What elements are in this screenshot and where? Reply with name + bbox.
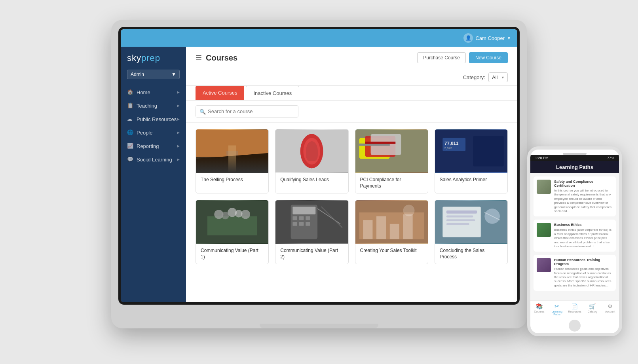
people-icon: 🌐	[127, 129, 133, 136]
phone-course-info-2: Human Resources Training Program Human r…	[554, 258, 613, 288]
svg-rect-31	[299, 216, 304, 220]
phone-course-info-1: Business Ethics Business ethics (also co…	[554, 223, 613, 248]
phone-course-thumb-ethics	[537, 223, 551, 237]
phone-course-item-1[interactable]: Business Ethics Business ethics (also co…	[534, 220, 616, 252]
phone-course-desc-0: In this course you will be introduced to…	[554, 189, 613, 213]
svg-rect-21	[207, 216, 257, 235]
phone-nav-resources[interactable]: 📄 Resources	[566, 301, 584, 318]
phone-nav-resources-icon: 📄	[568, 303, 582, 309]
teaching-chevron-icon: ▶	[177, 104, 180, 108]
sidebar: skyprep Admin ▼ 🏠 Home	[121, 47, 186, 302]
admin-label: Admin	[131, 72, 144, 77]
course-card-concluding[interactable]: Concluding the Sales Process	[435, 200, 508, 264]
phone-nav-learning-paths-icon: ✂	[550, 303, 564, 309]
course-card-selling-process[interactable]: The Selling Process	[196, 129, 269, 193]
laptop-screen: 👤 Cam Cooper ▼ skyprep	[121, 29, 517, 302]
sidebar-item-home[interactable]: 🏠 Home ▶	[121, 85, 186, 99]
courses-icon: ☰	[196, 53, 202, 62]
tab-inactive-courses[interactable]: Inactive Courses	[246, 86, 299, 100]
course-card-sales-toolkit[interactable]: Creating Your Sales Toolkit	[355, 200, 428, 264]
phone-course-item-2[interactable]: Human Resources Training Program Human r…	[534, 255, 616, 291]
user-name: Cam Cooper	[475, 35, 505, 41]
laptop-bezel: 👤 Cam Cooper ▼ skyprep	[118, 27, 520, 305]
people-chevron-icon: ▶	[177, 131, 180, 135]
sidebar-item-reporting[interactable]: 📈 Reporting ▶	[121, 139, 186, 153]
phone-home-button[interactable]	[569, 320, 581, 332]
new-course-button[interactable]: New Course	[469, 52, 508, 63]
user-info[interactable]: 👤 Cam Cooper ▼	[463, 33, 511, 43]
svg-rect-1	[196, 157, 268, 172]
svg-rect-33	[293, 222, 298, 226]
home-chevron-icon: ▶	[177, 90, 180, 94]
phone-content: Safety and Compliance Certification In t…	[530, 173, 619, 300]
sidebar-label-reporting: Reporting	[137, 143, 159, 149]
course-img-sales-analytics: 77,811 5,945	[435, 129, 507, 173]
course-card-qualifying-leads[interactable]: Qualifying Sales Leads	[275, 129, 348, 193]
sidebar-item-public-resources[interactable]: ☁ Public Resources ▶	[121, 112, 186, 126]
svg-rect-42	[389, 224, 399, 239]
course-title-comm-value-2: Communicating Value (Part 2)	[275, 244, 348, 264]
active-courses-label: Active Courses	[203, 90, 237, 96]
admin-dropdown[interactable]: Admin ▼	[127, 70, 180, 79]
page-title: Courses	[206, 53, 237, 63]
course-img-comm-value-2	[275, 200, 348, 244]
svg-rect-48	[446, 216, 473, 218]
user-chevron-icon: ▼	[507, 36, 511, 40]
phone-header-title: Learning Paths	[556, 164, 593, 170]
course-card-sales-analytics[interactable]: 77,811 5,945 Sales Analytics Primer	[435, 129, 508, 193]
phone-nav: 📚 Courses ✂ Learning Paths 📄 Resources 🛒…	[530, 300, 619, 318]
svg-rect-30	[293, 216, 298, 220]
social-chevron-icon: ▶	[177, 157, 180, 161]
svg-rect-35	[306, 222, 310, 226]
sidebar-label-public-resources: Public Resources	[137, 116, 177, 122]
phone-nav-courses-label: Courses	[534, 310, 544, 313]
courses-row-1: The Selling Process	[196, 129, 508, 193]
reporting-icon: 📈	[127, 143, 133, 149]
phone-course-title-1: Business Ethics	[554, 223, 613, 227]
tab-active-courses[interactable]: Active Courses	[196, 86, 244, 100]
svg-rect-40	[363, 220, 372, 239]
phone-nav-catalog-label: Catalog	[588, 310, 597, 313]
home-icon: 🏠	[127, 89, 133, 95]
category-select[interactable]: All	[488, 72, 508, 82]
sidebar-item-teaching[interactable]: 📋 Teaching ▶	[121, 99, 186, 112]
course-title-concluding: Concluding the Sales Process	[435, 244, 507, 264]
sidebar-label-teaching: Teaching	[137, 103, 157, 109]
tabs-area: Active Courses Inactive Courses	[186, 86, 517, 100]
app-header: 👤 Cam Cooper ▼	[121, 29, 517, 47]
sidebar-item-people[interactable]: 🌐 People ▶	[121, 126, 186, 139]
sidebar-item-social-left: 💬 Social Learning	[127, 156, 172, 163]
phone-course-info-0: Safety and Compliance Certification In t…	[554, 180, 613, 213]
svg-rect-49	[446, 219, 475, 221]
svg-point-25	[222, 212, 229, 219]
course-card-pci-compliance[interactable]: PCI Compliance for Payments	[355, 129, 428, 193]
phone-nav-resources-label: Resources	[568, 310, 581, 313]
page-header: ☰ Courses Purchase Course New Course	[186, 47, 517, 69]
purchase-course-button[interactable]: Purchase Course	[417, 52, 466, 63]
phone-course-thumb-hr	[537, 258, 551, 272]
svg-rect-41	[376, 216, 386, 239]
phone-header: Learning Paths	[530, 161, 619, 173]
main-content: ☰ Courses Purchase Course New Course	[186, 47, 517, 302]
phone-course-title-0: Safety and Compliance Certification	[554, 180, 613, 188]
course-card-comm-value-2[interactable]: Communicating Value (Part 2)	[275, 200, 348, 264]
page-title-area: ☰ Courses	[196, 53, 237, 63]
phone-nav-catalog[interactable]: 🛒 Catalog	[583, 301, 601, 318]
phone-nav-account[interactable]: ⚙ Account	[601, 301, 619, 318]
app-body: skyprep Admin ▼ 🏠 Home	[121, 47, 517, 302]
sidebar-nav: 🏠 Home ▶ 📋 Teaching	[121, 85, 186, 166]
course-title-selling-process: The Selling Process	[196, 173, 268, 187]
teaching-icon: 📋	[127, 102, 133, 109]
sidebar-item-reporting-left: 📈 Reporting	[127, 143, 159, 149]
sidebar-item-social-learning[interactable]: 💬 Social Learning ▶	[121, 153, 186, 166]
sidebar-item-home-left: 🏠 Home	[127, 89, 150, 95]
phone-course-item-0[interactable]: Safety and Compliance Certification In t…	[534, 176, 616, 216]
course-card-comm-value-1[interactable]: Communicating Value (Part 1)	[196, 200, 269, 264]
course-img-comm-value-1	[196, 200, 268, 244]
phone-nav-learning-paths[interactable]: ✂ Learning Paths	[548, 301, 566, 318]
phone-nav-courses[interactable]: 📚 Courses	[530, 301, 548, 318]
svg-rect-43	[403, 214, 412, 239]
laptop: 👤 Cam Cooper ▼ skyprep	[111, 20, 527, 328]
search-input[interactable]	[196, 105, 298, 118]
sidebar-label-home: Home	[137, 89, 150, 95]
